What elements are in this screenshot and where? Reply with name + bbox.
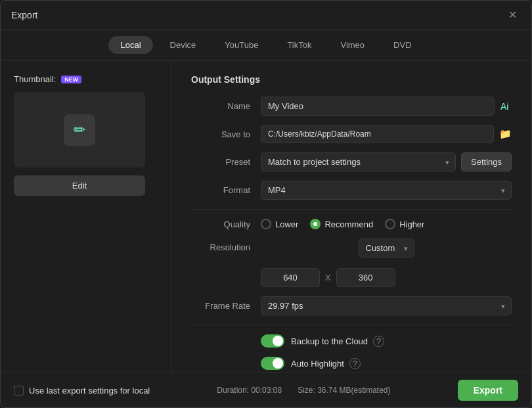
resolution-control: Custom X [261, 238, 512, 287]
save-to-label: Save to [191, 129, 250, 139]
last-export-label: Use last export settings for local [29, 386, 150, 396]
tab-device[interactable]: Device [158, 36, 208, 54]
ai-icon[interactable]: Ai [500, 101, 512, 112]
name-label: Name [191, 101, 250, 111]
close-button[interactable]: ✕ [504, 7, 521, 22]
format-label: Format [191, 185, 250, 195]
quality-recommend-label: Recommend [324, 219, 373, 229]
res-width-input[interactable] [261, 268, 320, 287]
export-button[interactable]: Export [458, 380, 518, 401]
tab-dvd[interactable]: DVD [382, 36, 423, 54]
backup-label: Backup to the Cloud [291, 336, 368, 346]
settings-button[interactable]: Settings [461, 152, 512, 171]
framerate-select[interactable]: 29.97 fps [261, 296, 512, 315]
resolution-select-wrapper: Custom [359, 238, 414, 258]
tab-vimeo[interactable]: Vimeo [328, 36, 376, 54]
thumbnail-preview: ✏ [14, 92, 145, 168]
right-panel: Output Settings Name Ai Save to [171, 61, 531, 373]
window-title: Export [11, 10, 37, 20]
resolution-row: Resolution Custom X [191, 238, 512, 287]
radio-higher[interactable] [385, 219, 395, 229]
radio-lower[interactable] [261, 219, 271, 229]
divider-1 [191, 209, 512, 210]
auto-highlight-toggle[interactable] [261, 357, 284, 370]
auto-highlight-label: Auto Highlight [291, 359, 344, 369]
save-to-input[interactable] [261, 125, 494, 143]
output-settings-title: Output Settings [191, 74, 512, 85]
framerate-label: Frame Rate [191, 301, 250, 311]
radio-recommend[interactable] [310, 219, 321, 229]
duration-value: 00:03:08 [251, 386, 282, 395]
preset-row: Preset Match to project settings Setting… [191, 152, 512, 171]
footer: Use last export settings for local Durat… [1, 373, 531, 407]
resolution-select[interactable]: Custom [359, 238, 414, 258]
main-content: Thumbnail: NEW ✏ Edit Output Settings Na… [1, 61, 531, 373]
res-x-label: X [325, 273, 331, 283]
framerate-row: Frame Rate 29.97 fps [191, 296, 512, 315]
preset-select-wrapper: Match to project settings [261, 152, 456, 171]
duration-label: Duration: [217, 386, 249, 395]
resolution-label: Resolution [191, 238, 250, 252]
tab-local[interactable]: Local [108, 36, 152, 54]
auto-highlight-row: Auto Highlight ? [261, 357, 512, 370]
name-control: Ai [261, 97, 512, 116]
format-select-wrapper: MP4 [261, 181, 512, 200]
format-row: Format MP4 [191, 181, 512, 200]
size-info: Size: 36.74 MB(estimated) [298, 386, 390, 395]
thumb-pencil-icon: ✏ [64, 114, 95, 146]
duration-info: Duration: 00:03:08 [217, 386, 282, 395]
auto-highlight-help-icon[interactable]: ? [349, 358, 361, 369]
size-label: Size: [298, 386, 315, 395]
quality-row: Quality Lower Recommend Higher [191, 219, 512, 229]
quality-recommend[interactable]: Recommend [310, 219, 373, 229]
save-to-control: 📁 [261, 125, 512, 143]
svg-text:Ai: Ai [500, 101, 508, 112]
quality-lower-label: Lower [275, 219, 298, 229]
format-select[interactable]: MP4 [261, 181, 512, 200]
tab-youtube[interactable]: YouTube [213, 36, 270, 54]
export-window: Export ✕ Local Device YouTube TikTok Vim… [0, 0, 532, 408]
folder-icon[interactable]: 📁 [499, 128, 512, 140]
preset-label: Preset [191, 157, 250, 167]
tab-tiktok[interactable]: TikTok [275, 36, 323, 54]
last-export-checkbox[interactable] [14, 386, 24, 396]
quality-options: Lower Recommend Higher [261, 219, 512, 229]
backup-row: Backup to the Cloud ? [261, 334, 512, 348]
framerate-select-wrapper: 29.97 fps [261, 296, 512, 315]
quality-higher[interactable]: Higher [385, 219, 424, 229]
save-to-row: Save to 📁 [191, 125, 512, 143]
preset-select[interactable]: Match to project settings [261, 152, 456, 171]
left-panel: Thumbnail: NEW ✏ Edit [1, 61, 171, 373]
thumbnail-header: Thumbnail: NEW [14, 74, 81, 84]
quality-label: Quality [191, 219, 250, 229]
size-value: 36.74 MB(estimated) [317, 386, 390, 395]
tab-bar: Local Device YouTube TikTok Vimeo DVD [1, 30, 531, 61]
format-control: MP4 [261, 181, 512, 200]
name-input[interactable] [261, 97, 495, 116]
new-badge: NEW [61, 76, 81, 83]
edit-thumbnail-button[interactable]: Edit [14, 175, 145, 196]
backup-toggle[interactable] [261, 334, 284, 348]
titlebar: Export ✕ [1, 1, 531, 30]
resolution-inputs: X [261, 268, 512, 287]
preset-control: Match to project settings Settings [261, 152, 512, 171]
thumbnail-label-text: Thumbnail: [14, 74, 56, 84]
divider-2 [191, 325, 512, 325]
name-row: Name Ai [191, 97, 512, 116]
quality-lower[interactable]: Lower [261, 219, 298, 229]
quality-higher-label: Higher [399, 219, 424, 229]
footer-left: Use last export settings for local [14, 386, 150, 396]
footer-center: Duration: 00:03:08 Size: 36.74 MB(estima… [217, 386, 390, 395]
res-height-input[interactable] [336, 268, 395, 287]
framerate-control: 29.97 fps [261, 296, 512, 315]
backup-help-icon[interactable]: ? [373, 336, 384, 347]
